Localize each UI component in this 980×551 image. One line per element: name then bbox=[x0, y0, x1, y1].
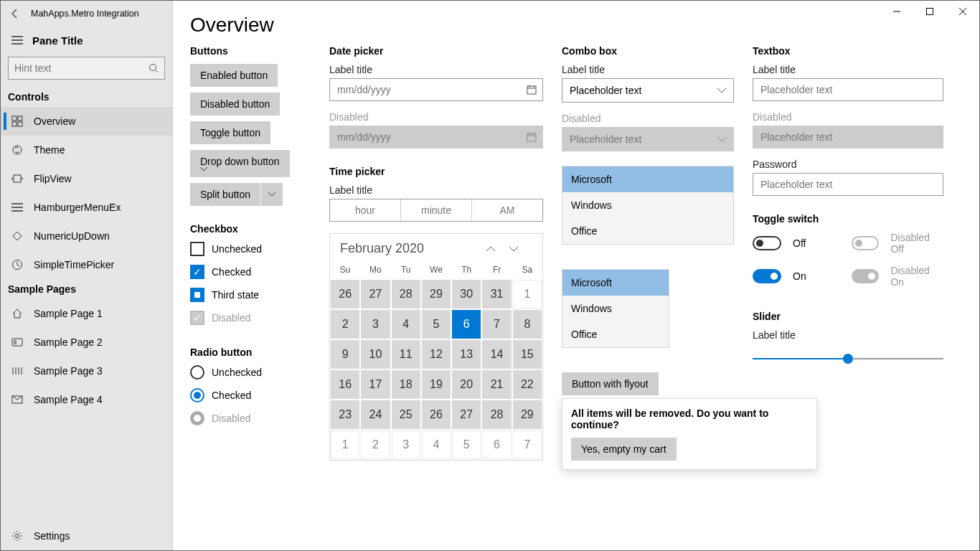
datepicker-disabled-label: Disabled bbox=[329, 111, 543, 123]
calendar[interactable]: February 2020 SuMoTuWeThFrSa262728293031… bbox=[329, 233, 543, 461]
nav-item-settings[interactable]: Settings bbox=[1, 522, 172, 550]
listbox[interactable]: MicrosoftWindowsOffice bbox=[562, 166, 734, 245]
maximize-button[interactable] bbox=[913, 1, 946, 22]
combo-input[interactable]: Placeholder text bbox=[562, 78, 734, 103]
slider[interactable] bbox=[753, 351, 943, 368]
textbox-input[interactable] bbox=[753, 78, 943, 101]
enabled-button[interactable]: Enabled button bbox=[190, 64, 278, 87]
calendar-next-button[interactable] bbox=[509, 246, 532, 252]
toggle-button[interactable]: Toggle button bbox=[190, 121, 270, 144]
calendar-day[interactable]: 30 bbox=[451, 279, 481, 309]
calendar-day[interactable]: 7 bbox=[512, 430, 542, 460]
calendar-day[interactable]: 11 bbox=[391, 339, 421, 369]
datepicker-label: Label title bbox=[329, 64, 543, 75]
calendar-day[interactable]: 6 bbox=[451, 309, 481, 339]
nav-item-overview[interactable]: Overview bbox=[1, 107, 172, 136]
calendar-day[interactable]: 26 bbox=[421, 400, 451, 430]
calendar-day[interactable]: 26 bbox=[330, 279, 360, 309]
calendar-day[interactable]: 18 bbox=[391, 369, 421, 400]
calendar-day[interactable]: 2 bbox=[360, 430, 390, 460]
checkbox-thirdstate[interactable]: Third state bbox=[190, 288, 311, 302]
chevron-down-icon[interactable] bbox=[260, 183, 283, 206]
calendar-day[interactable]: 22 bbox=[512, 369, 542, 400]
calendar-day[interactable]: 31 bbox=[481, 279, 512, 309]
calendar-day[interactable]: 29 bbox=[512, 400, 542, 430]
timepicker-input[interactable]: hour minute AM bbox=[329, 199, 543, 222]
nav-item-theme[interactable]: Theme bbox=[1, 136, 172, 164]
calendar-day[interactable]: 14 bbox=[481, 339, 512, 369]
calendar-day[interactable]: 13 bbox=[451, 339, 481, 369]
list-item[interactable]: Microsoft bbox=[562, 270, 669, 296]
calendar-day[interactable]: 5 bbox=[451, 430, 481, 460]
password-input[interactable] bbox=[753, 173, 943, 196]
list-item[interactable]: Windows bbox=[562, 192, 733, 218]
flyout-button[interactable]: Button with flyout bbox=[562, 372, 659, 395]
radio-checked[interactable]: Checked bbox=[190, 388, 311, 402]
nav-item-simpletimepicker[interactable]: SimpleTimePicker bbox=[1, 250, 172, 279]
calendar-day[interactable]: 27 bbox=[451, 400, 481, 430]
listbox-narrow[interactable]: MicrosoftWindowsOffice bbox=[562, 269, 669, 348]
toggle-on[interactable]: On bbox=[753, 265, 844, 288]
nav-item-numericupdown[interactable]: NumericUpDown bbox=[1, 222, 172, 250]
checkbox-unchecked[interactable]: Unchecked bbox=[190, 242, 311, 256]
calendar-day[interactable]: 27 bbox=[360, 279, 390, 309]
datepicker-input[interactable] bbox=[329, 78, 543, 101]
calendar-icon[interactable] bbox=[521, 85, 542, 95]
nav-item-sample-2[interactable]: Sample Page 2 bbox=[1, 328, 172, 357]
calendar-day[interactable]: 25 bbox=[391, 400, 421, 430]
calendar-day[interactable]: 7 bbox=[481, 309, 512, 339]
split-button[interactable]: Split button bbox=[190, 183, 311, 206]
nav-item-sample-4[interactable]: Sample Page 4 bbox=[1, 385, 172, 414]
minimize-button[interactable] bbox=[880, 1, 913, 22]
calendar-prev-button[interactable] bbox=[486, 246, 509, 252]
nav-item-sample-3[interactable]: Sample Page 3 bbox=[1, 357, 172, 385]
slider-thumb[interactable] bbox=[843, 354, 853, 364]
nav-item-flipview[interactable]: FlipView bbox=[1, 164, 172, 193]
calendar-day[interactable]: 4 bbox=[391, 309, 421, 339]
toggle-off[interactable]: Off bbox=[753, 232, 844, 255]
calendar-day[interactable]: 8 bbox=[512, 309, 542, 339]
list-item[interactable]: Office bbox=[562, 218, 733, 244]
calendar-day[interactable]: 29 bbox=[421, 279, 451, 309]
hamburger-icon[interactable] bbox=[9, 32, 25, 48]
calendar-day[interactable]: 12 bbox=[421, 339, 451, 369]
radio-disabled: Disabled bbox=[190, 411, 311, 425]
back-button[interactable] bbox=[6, 5, 24, 22]
calendar-day[interactable]: 6 bbox=[481, 430, 512, 460]
calendar-day[interactable]: 19 bbox=[421, 369, 451, 400]
calendar-day[interactable]: 9 bbox=[330, 339, 360, 369]
svg-rect-6 bbox=[14, 175, 21, 182]
list-item[interactable]: Windows bbox=[562, 296, 669, 321]
list-item[interactable]: Office bbox=[562, 321, 669, 347]
flyout-confirm-button[interactable]: Yes, empty my cart bbox=[571, 438, 677, 461]
calendar-day[interactable]: 4 bbox=[421, 430, 451, 460]
search-input[interactable] bbox=[8, 57, 165, 80]
calendar-day[interactable]: 16 bbox=[330, 369, 360, 400]
radio-unchecked[interactable]: Unchecked bbox=[190, 365, 311, 380]
calendar-month[interactable]: February 2020 bbox=[340, 241, 486, 256]
calendar-day[interactable]: 3 bbox=[360, 309, 390, 339]
calendar-day[interactable]: 15 bbox=[512, 339, 542, 369]
dropdown-button[interactable]: Drop down button bbox=[190, 150, 290, 177]
nav-item-hamburgermenuex[interactable]: HamburgerMenuEx bbox=[1, 193, 172, 222]
calendar-day[interactable]: 10 bbox=[360, 339, 390, 369]
calendar-day[interactable]: 5 bbox=[421, 309, 451, 339]
calendar-day[interactable]: 28 bbox=[481, 400, 512, 430]
calendar-day[interactable]: 3 bbox=[391, 430, 421, 460]
calendar-day[interactable]: 23 bbox=[330, 400, 360, 430]
textbox-disabled-label: Disabled bbox=[753, 111, 943, 123]
timepicker-header: Time picker bbox=[329, 166, 543, 177]
calendar-day[interactable]: 20 bbox=[451, 369, 481, 400]
list-item[interactable]: Microsoft bbox=[562, 166, 733, 192]
close-button[interactable] bbox=[946, 1, 979, 22]
calendar-day[interactable]: 21 bbox=[481, 369, 512, 400]
nav-item-sample-1[interactable]: Sample Page 1 bbox=[1, 299, 172, 328]
checkbox-checked[interactable]: ✓Checked bbox=[190, 265, 311, 279]
calendar-day[interactable]: 1 bbox=[330, 430, 360, 460]
calendar-day[interactable]: 28 bbox=[391, 279, 421, 309]
calendar-day[interactable]: 17 bbox=[360, 369, 390, 400]
calendar-day[interactable]: 2 bbox=[330, 309, 360, 339]
nav-icon bbox=[11, 201, 24, 214]
calendar-day[interactable]: 1 bbox=[512, 279, 542, 309]
calendar-day[interactable]: 24 bbox=[360, 400, 390, 430]
